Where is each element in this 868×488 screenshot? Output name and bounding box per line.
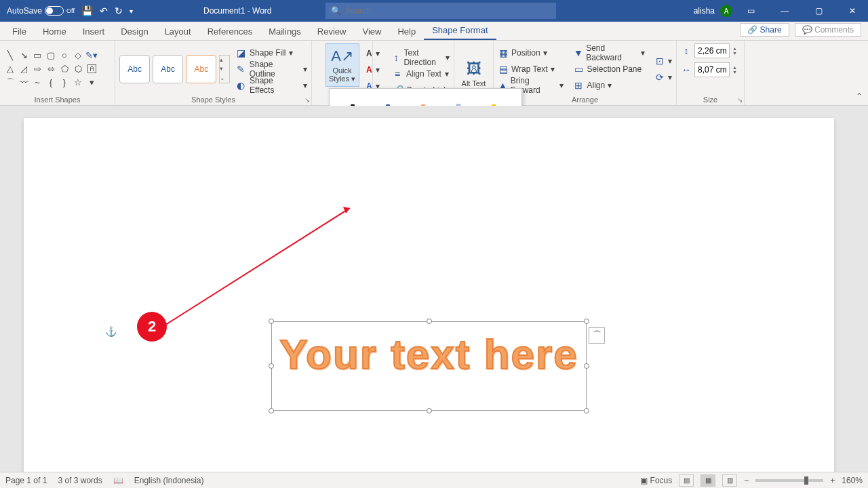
rectangle-icon[interactable]: ▭ — [31, 49, 43, 62]
text-box-icon[interactable]: 🄰 — [85, 63, 98, 75]
shape-styles-launcher[interactable]: ↘ — [304, 96, 310, 104]
wordart-text[interactable]: Your text here — [272, 322, 586, 378]
tab-view[interactable]: View — [354, 23, 389, 40]
brace-right-icon[interactable]: } — [58, 77, 71, 89]
shape-style-preset-2[interactable]: Abc — [153, 55, 183, 83]
freeform-icon[interactable]: ◇ — [72, 49, 84, 62]
zoom-out-button[interactable]: − — [744, 476, 749, 485]
shape-outline-button[interactable]: ✎Shape Outline ▾ — [235, 62, 307, 77]
resize-handle[interactable] — [584, 319, 589, 324]
focus-mode[interactable]: ▣ Focus — [640, 476, 672, 485]
zoom-level[interactable]: 160% — [842, 476, 863, 485]
shape-fill-button[interactable]: ◪Shape Fill ▾ — [235, 45, 307, 60]
wordart-textbox[interactable]: Your text here ⌒ — [271, 321, 587, 411]
tab-design[interactable]: Design — [113, 23, 156, 40]
width-spinner[interactable]: ▲▼ — [732, 65, 742, 75]
height-spinner[interactable]: ▲▼ — [732, 46, 742, 56]
more-shapes-icon[interactable]: ▾ — [85, 77, 98, 89]
oval-icon[interactable]: ○ — [58, 49, 71, 62]
line-arrow-icon[interactable]: ↘ — [18, 49, 30, 62]
spell-check-icon[interactable]: 📖 — [113, 476, 123, 485]
height-input[interactable] — [694, 43, 730, 58]
shape-style-expand[interactable]: ▴▾⌄ — [219, 55, 230, 83]
undo-icon[interactable]: ↶ — [100, 5, 108, 16]
arrow-icon[interactable]: ⇨ — [31, 63, 43, 75]
star-icon[interactable]: ☆ — [72, 77, 84, 89]
autosave-toggle[interactable]: AutoSave Off — [7, 6, 75, 16]
resize-handle[interactable] — [584, 363, 589, 369]
minimize-button[interactable]: — — [769, 0, 800, 22]
comments-button[interactable]: 💬 Comments — [795, 23, 861, 37]
collapse-ribbon-icon[interactable]: ⌃ — [856, 92, 863, 101]
search-box[interactable]: 🔍 — [326, 3, 556, 19]
word-count[interactable]: 3 of 3 words — [58, 476, 102, 485]
shape-style-preset-1[interactable]: Abc — [119, 55, 150, 83]
resize-handle[interactable] — [584, 408, 589, 413]
maximize-button[interactable]: ▢ — [803, 0, 834, 22]
tab-help[interactable]: Help — [389, 23, 424, 40]
backward-icon: ▼ — [573, 47, 583, 58]
size-launcher[interactable]: ↘ — [737, 96, 743, 104]
redo-icon[interactable]: ↻ — [115, 5, 123, 16]
resize-handle[interactable] — [427, 319, 432, 324]
triangle-icon[interactable]: △ — [4, 63, 16, 75]
save-icon[interactable]: 💾 — [81, 5, 93, 16]
hexagon-icon[interactable]: ⬡ — [72, 63, 84, 75]
rounded-rect-icon[interactable]: ▢ — [45, 49, 57, 62]
wrap-text-button[interactable]: ▤Wrap Text ▾ — [498, 62, 564, 77]
text-direction-button[interactable]: ↕Text Direction ▾ — [392, 50, 450, 65]
tab-insert[interactable]: Insert — [75, 23, 113, 40]
text-fill-button[interactable]: A ▾ — [366, 46, 380, 61]
web-layout-button[interactable]: ▥ — [722, 474, 737, 487]
customize-qat-icon[interactable]: ▾ — [130, 7, 133, 15]
document-page[interactable] — [24, 118, 834, 472]
share-button[interactable]: 🔗 Share — [740, 23, 789, 37]
print-layout-button[interactable]: ▦ — [701, 474, 715, 487]
arc-icon[interactable]: ⌒ — [4, 77, 16, 89]
shape-style-preset-3[interactable]: Abc — [186, 55, 216, 83]
ribbon-display-icon[interactable]: ▭ — [735, 0, 766, 22]
read-mode-button[interactable]: ▤ — [679, 474, 694, 487]
align-text-button[interactable]: ≡Align Text ▾ — [392, 66, 450, 81]
tab-shape-format[interactable]: Shape Format — [424, 22, 496, 40]
resize-handle[interactable] — [269, 363, 274, 369]
wave-icon[interactable]: ~ — [31, 77, 43, 89]
shape-width[interactable]: ↔ ▲▼ — [681, 62, 742, 77]
quick-styles-button[interactable]: A↗ Quick Styles ▾ — [326, 43, 359, 87]
send-backward-button[interactable]: ▼Send Backward ▾ — [573, 45, 645, 60]
search-input[interactable] — [345, 6, 447, 16]
shape-height[interactable]: ↕ ▲▼ — [681, 43, 742, 58]
curve-icon[interactable]: 〰 — [18, 77, 30, 89]
tab-references[interactable]: References — [199, 23, 260, 40]
layout-options-icon[interactable]: ⌒ — [589, 327, 605, 344]
position-button[interactable]: ▦Position ▾ — [498, 45, 564, 60]
language-indicator[interactable]: English (Indonesia) — [134, 476, 204, 485]
pentagon-icon[interactable]: ⬠ — [58, 63, 71, 75]
tab-mailings[interactable]: Mailings — [260, 23, 309, 40]
width-input[interactable] — [694, 62, 730, 77]
tab-layout[interactable]: Layout — [157, 23, 199, 40]
tab-file[interactable]: File — [4, 23, 35, 40]
right-triangle-icon[interactable]: ◿ — [18, 63, 30, 75]
tab-review[interactable]: Review — [309, 23, 355, 40]
shape-gallery[interactable]: ╲ ↘ ▭ ▢ ○ ◇ ✎▾ △ ◿ ⇨ ⬄ ⬠ ⬡ 🄰 ⌒ 〰 ~ { } ☆ — [4, 49, 98, 89]
text-outline-button[interactable]: A ▾ — [366, 62, 380, 77]
resize-handle[interactable] — [269, 408, 274, 413]
double-arrow-icon[interactable]: ⬄ — [45, 63, 57, 75]
shape-effects-button[interactable]: ◐Shape Effects ▾ — [235, 78, 307, 93]
line-icon[interactable]: ╲ — [4, 49, 16, 62]
selection-pane-button[interactable]: ▭Selection Pane — [573, 62, 645, 77]
tab-home[interactable]: Home — [35, 23, 75, 40]
align-button[interactable]: ⊞Align ▾ — [573, 78, 645, 93]
edit-shape-icon[interactable]: ✎▾ — [85, 49, 98, 62]
user-avatar[interactable]: A — [720, 5, 732, 17]
group-button[interactable]: ⊡▾ — [654, 54, 672, 68]
resize-handle[interactable] — [427, 408, 432, 413]
close-button[interactable]: ✕ — [837, 0, 868, 22]
page-indicator[interactable]: Page 1 of 1 — [5, 476, 47, 485]
rotate-button[interactable]: ⟳▾ — [654, 70, 672, 85]
effects-icon: ◐ — [235, 80, 246, 91]
zoom-slider[interactable] — [755, 479, 823, 482]
brace-left-icon[interactable]: { — [45, 77, 57, 89]
zoom-in-button[interactable]: + — [830, 476, 835, 485]
